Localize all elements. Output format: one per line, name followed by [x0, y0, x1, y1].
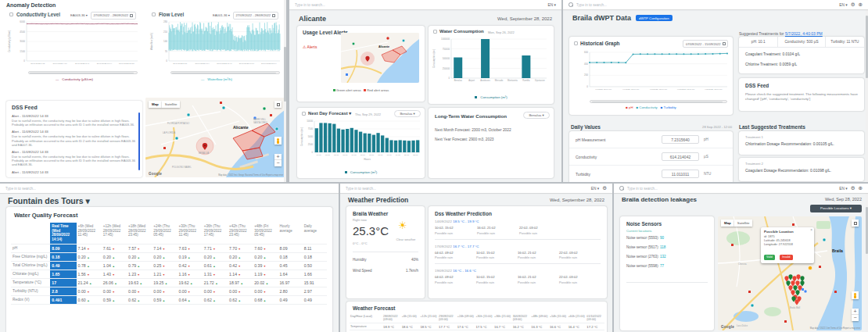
noise-sensor-item: Noise sensor (5617): 118	[626, 245, 708, 249]
daily-value-input[interactable]: 7.2315640	[662, 135, 699, 144]
svg-text:1000000: 1000000	[441, 37, 450, 41]
search-input[interactable]: Type in to search...	[627, 187, 836, 191]
satellite-button[interactable]: Satellite	[162, 101, 181, 108]
daily-value-input[interactable]: 11.011011	[662, 170, 699, 178]
flow-sensor-select[interactable]: EA001-36 ▾	[213, 13, 230, 17]
usage-alerts-minimap[interactable]: Alicante	[341, 33, 419, 83]
conductivity-daterange[interactable]: 27/09/2022 - 28/09/2022	[91, 12, 136, 20]
dss-feed-scrollbar[interactable]	[138, 112, 141, 170]
globe-icon[interactable]: ⊕	[859, 186, 863, 191]
column-header[interactable]: +18h (Wed 28/09/2022 23:45)	[127, 223, 152, 244]
globe-icon[interactable]: ⊕	[859, 2, 863, 8]
column-header[interactable]: Daily average	[303, 223, 327, 244]
invalid-button[interactable]: Invalid	[780, 255, 792, 260]
dss-alert-list: Alert - 11/09/2022 14:33Due to rainfall …	[12, 114, 135, 175]
forecast-value: 0.59 ▲	[102, 295, 127, 304]
slot-note: Possible rain	[559, 255, 601, 259]
dwpt-title-row: Braila dWPT Data dWTP Configuration	[572, 14, 673, 22]
valid-button[interactable]: Valid	[764, 255, 775, 260]
close-icon[interactable]: ×	[810, 228, 812, 232]
trend-down-icon: ▼	[138, 291, 140, 294]
satellite-button[interactable]: Satellite	[734, 220, 753, 227]
column-header[interactable]: Real Time (Wed 28/09/2022 14:14)	[50, 223, 76, 244]
column-header[interactable]: Hourly average	[278, 223, 302, 244]
search-input[interactable]: Type in to search...	[346, 187, 588, 191]
alert-title: Alert - 11/09/2022 14:33	[12, 114, 135, 118]
water-consumption-checkbox[interactable]	[433, 30, 437, 34]
trend-down-icon: ▼	[138, 273, 140, 277]
conductivity-hscrollbar[interactable]	[28, 71, 138, 74]
language-select[interactable]: EN ▾	[548, 3, 556, 7]
chlorine-treatment: Chlorine Treatment: 0.0059 g/L	[745, 62, 797, 66]
forecast-value: 1.04 ▲	[102, 261, 127, 270]
data-point	[690, 53, 692, 55]
forecast-value: 0.62 ▲	[127, 295, 152, 304]
column-header[interactable]: +30h (Thu 29/09/2022 11:45)	[178, 223, 203, 244]
panel-braila-dwpt: Type in to search... EN ▾ ⚙ ⊕ Braila dWP…	[563, 0, 868, 182]
fountain-title[interactable]: Fountain des Tours ▾	[8, 196, 90, 205]
column-header: 29/09/2022 (03:00)	[438, 313, 457, 323]
treatment-date-link[interactable]: 5/7/2022, 4:40:03 PM	[785, 31, 823, 36]
map-attribution[interactable]: Map data ©2022 Inst. Geogr. Nacional Ter…	[218, 174, 283, 177]
next-day-checkbox[interactable]	[302, 112, 306, 116]
zoom-control[interactable]: +−	[274, 154, 282, 166]
noise-sensor-label: Noise sensor (5593):	[626, 236, 660, 240]
gear-icon[interactable]: ⚙	[851, 2, 855, 8]
historical-checkbox[interactable]	[574, 41, 578, 45]
conductivity-sensor-select[interactable]: EA003-36 ▾	[70, 13, 88, 17]
row-label: Day/Hour (Local)	[350, 313, 382, 323]
possible-locations-button[interactable]: Possible Locations ▾	[810, 205, 862, 212]
pegman-icon[interactable]	[274, 137, 282, 145]
language-select[interactable]: EN ▾	[839, 3, 847, 7]
flow-checkbox[interactable]	[152, 12, 156, 16]
gear-icon[interactable]: ⚙	[851, 186, 855, 191]
fullscreen-icon[interactable]	[274, 101, 282, 108]
column-header[interactable]: +24h (Thu 29/09/2022 05:45)	[152, 223, 177, 244]
svg-text:Rambla: Rambla	[522, 79, 530, 82]
column-header[interactable]: +36h (Thu 29/09/2022 17:45)	[203, 223, 228, 244]
next-day-area-select[interactable]: Benalua ▾	[394, 110, 421, 117]
search-input[interactable]: Type in to search...	[5, 187, 333, 191]
historical-hscrollbar[interactable]	[590, 100, 727, 103]
forecast-value: 0.42 ▼	[178, 261, 203, 270]
historical-daterange[interactable]: 07/09/2022 - 15/09/2022	[683, 40, 728, 48]
trend-down-icon: ▼	[264, 265, 266, 268]
google-logo: Google	[721, 325, 734, 329]
trend-up-icon: ▲	[112, 265, 114, 268]
pegman-icon[interactable]	[852, 291, 859, 299]
calendar-icon	[272, 14, 275, 17]
language-select[interactable]: EN ▾	[591, 187, 599, 191]
column-header[interactable]: +42h (Thu 29/09/2022 23:45)	[228, 223, 253, 244]
daily-value-input[interactable]: 614.214042	[662, 152, 699, 161]
flow-hscrollbar[interactable]	[170, 71, 280, 74]
svg-text:Waterflow (m³/h): Waterflow (m³/h)	[150, 33, 153, 50]
panel1-vscrollbar[interactable]	[284, 0, 286, 182]
long-term-area-select[interactable]: Benalua ▾	[523, 112, 550, 119]
map-button[interactable]: Map	[149, 101, 162, 108]
svg-text:13:00: 13:00	[369, 154, 375, 156]
legend-item: ■ Turbidity	[661, 105, 676, 109]
noise-sensor-value: 118	[660, 245, 665, 249]
next-day-title[interactable]: Next Day Forecast ▾	[308, 111, 351, 116]
column-header[interactable]: +6h (Wed 28/09/2022 11:45)	[77, 223, 102, 244]
language-select[interactable]: EN ▾	[839, 187, 847, 191]
gear-icon[interactable]: ⚙	[602, 186, 607, 191]
svg-text:23:00: 23:00	[413, 154, 418, 156]
bar	[394, 141, 397, 152]
dwpt-dss-feed-card: DSS Feed Please check the suggested trea…	[739, 78, 864, 111]
conductivity-checkbox[interactable]	[9, 12, 13, 16]
dwtp-configuration-badge[interactable]: dWTP Configuration	[636, 15, 673, 21]
map-button[interactable]: Map	[721, 220, 734, 227]
search-input[interactable]: Type in to search...	[295, 3, 545, 7]
column-header[interactable]: +48h (Fri 30/09/2022 05:45)	[253, 223, 278, 244]
fullscreen-icon[interactable]	[852, 220, 859, 227]
column-header[interactable]: +12h (Wed 28/09/2022 17:45)	[102, 223, 127, 244]
water-consumption-title: Water Consumption	[439, 29, 484, 34]
map-attribution[interactable]: Map data ©2022 1 km Terms of Use Report …	[810, 327, 860, 330]
alerts-indicator[interactable]: ⚠ Alerts	[303, 45, 317, 49]
zoom-control[interactable]: +−	[852, 309, 859, 321]
data-point	[712, 53, 713, 55]
flow-daterange[interactable]: 27/09/2022 - 28/09/2022	[233, 12, 278, 20]
search-input[interactable]: Type in to search...	[576, 3, 836, 7]
right-now-label: Right now	[353, 218, 367, 222]
